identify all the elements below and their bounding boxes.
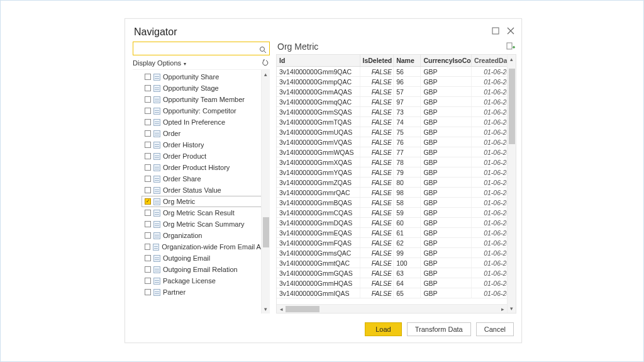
tree-item[interactable]: Order (142, 128, 270, 139)
tree-item[interactable]: Order Product History (142, 162, 270, 173)
cell-isdeleted: FALSE (360, 147, 394, 157)
table-row[interactable]: 3v14I000000GmmSQASFALSE73GBP01-06-202 (277, 107, 516, 117)
table-row[interactable]: 3v14I000000GmmIQASFALSE65GBP01-06-202 (277, 288, 516, 298)
tree-item[interactable]: Order Status Value (142, 184, 270, 196)
tree-item[interactable]: Organization (142, 230, 270, 241)
tree-item[interactable]: Order Product (142, 150, 270, 162)
tree-item[interactable]: Org Metric Scan Summary (142, 218, 270, 230)
scroll-down-icon[interactable]: ▾ (508, 304, 516, 313)
search-input[interactable] (136, 44, 259, 53)
table-row[interactable]: 3v14I000000GmmCQASFALSE59GBP01-06-202 (277, 208, 516, 218)
tree-item[interactable]: Order Share (142, 173, 270, 184)
table-row[interactable]: 3v14I000000GmmXQASFALSE78GBP01-06-202 (277, 157, 516, 167)
tree-item[interactable]: Partner (142, 286, 270, 298)
maximize-icon[interactable] (491, 26, 500, 35)
table-vscrollbar[interactable]: ▴ ▾ (507, 55, 516, 313)
tree-item-label: Outgoing Email Relation (163, 266, 238, 273)
table-row[interactable]: 3v14I000000GmmHQASFALSE64GBP01-06-202 (277, 278, 516, 288)
column-header[interactable]: Name (394, 55, 421, 67)
cell-currencyisocode: GBP (421, 107, 471, 117)
table-row[interactable]: 3v14I000000GmmUQASFALSE75GBP01-06-202 (277, 127, 516, 137)
tree-checkbox[interactable] (145, 187, 151, 193)
tree-checkbox[interactable] (145, 164, 151, 171)
scroll-up-icon[interactable]: ▴ (508, 55, 516, 64)
tree-item[interactable]: Opted In Preference (142, 116, 270, 128)
cell-name: 63 (394, 268, 421, 278)
add-column-icon[interactable] (506, 42, 515, 51)
tree-item[interactable]: Opportunity Stage (142, 82, 270, 94)
cancel-button[interactable]: Cancel (476, 322, 514, 336)
cell-id: 3v14I000000GmmVQAS (277, 137, 360, 147)
tree-checkbox[interactable] (145, 221, 151, 227)
column-header[interactable]: CurrencyIsoCode (421, 55, 471, 67)
tree-checkbox[interactable] (145, 96, 151, 103)
refresh-icon[interactable] (262, 59, 270, 67)
tree-item[interactable]: Opportunity Share (142, 71, 270, 82)
tree-checkbox[interactable] (145, 289, 151, 295)
tree-checkbox[interactable] (145, 266, 151, 273)
tree-checkbox[interactable] (145, 232, 151, 239)
scroll-down-icon[interactable]: ▾ (262, 305, 270, 314)
table-row[interactable]: 3v14I000000GmmVQASFALSE76GBP01-06-202 (277, 137, 516, 147)
tree-checkbox[interactable] (145, 210, 151, 216)
tree-checkbox[interactable] (145, 85, 151, 91)
table-row[interactable]: 3v14I000000GmmBQASFALSE58GBP01-06-202 (277, 198, 516, 208)
table-row[interactable]: 3v14I000000GmmYQASFALSE79GBP01-06-202 (277, 167, 516, 178)
table-row[interactable]: 3v14I000000GmmEQASFALSE61GBP01-06-202 (277, 228, 516, 238)
scroll-up-icon[interactable]: ▴ (262, 70, 270, 79)
tree-item[interactable]: Org Metric Scan Result (142, 207, 270, 218)
tree-checkbox[interactable]: ✓ (145, 198, 151, 205)
tree-checkbox[interactable] (145, 278, 151, 284)
table-row[interactable]: 3v14I000000GmmWQASFALSE77GBP01-06-202 (277, 147, 516, 157)
tree-item[interactable]: Package License (142, 275, 270, 286)
tree-checkbox[interactable] (145, 108, 151, 114)
table-row[interactable]: 3v14I000000GmmtQACFALSE100GBP01-06-202 (277, 258, 516, 268)
table-row[interactable]: 3v14I000000GmmrQACFALSE98GBP01-06-202 (277, 188, 516, 198)
scroll-left-icon[interactable]: ◂ (277, 306, 286, 312)
tree-item[interactable]: Opportunity: Competitor (142, 105, 270, 116)
column-header[interactable]: IsDeleted (360, 55, 394, 67)
tree-checkbox[interactable] (145, 142, 151, 148)
table-row[interactable]: 3v14I000000GmmsQACFALSE99GBP01-06-202 (277, 248, 516, 258)
table-row[interactable]: 3v14I000000GmmTQASFALSE74GBP01-06-202 (277, 117, 516, 127)
table-row[interactable]: 3v14I000000GmmDQASFALSE60GBP01-06-202 (277, 218, 516, 228)
tree-checkbox[interactable] (145, 176, 151, 182)
search-input-wrap[interactable] (133, 42, 270, 55)
table-row[interactable]: 3v14I000000GmmpQACFALSE96GBP01-06-202 (277, 77, 516, 87)
scroll-thumb[interactable] (263, 217, 269, 247)
tree-checkbox[interactable] (145, 244, 150, 250)
close-icon[interactable] (506, 26, 515, 35)
tree-checkbox[interactable] (145, 130, 151, 137)
search-icon[interactable] (259, 45, 267, 52)
table-row[interactable]: 3v14I000000GmmGQASFALSE63GBP01-06-202 (277, 268, 516, 278)
tree-item[interactable]: Order History (142, 139, 270, 150)
transform-data-button[interactable]: Transform Data (407, 322, 471, 336)
display-options-dropdown[interactable]: Display Options▾ (133, 59, 186, 67)
tree-item[interactable]: Opportunity Team Member (142, 94, 270, 105)
table-row[interactable]: 3v14I000000GmmZQASFALSE80GBP01-06-202 (277, 178, 516, 188)
scroll-thumb[interactable] (286, 306, 319, 312)
tree-checkbox[interactable] (145, 255, 151, 261)
table-row[interactable]: 3v14I000000GmmqQACFALSE97GBP01-06-202 (277, 97, 516, 107)
table-icon (153, 278, 160, 285)
column-header[interactable]: Id (277, 55, 360, 67)
tree-checkbox[interactable] (145, 119, 151, 125)
tree-item[interactable]: Outgoing Email Relation (142, 264, 270, 275)
table-row[interactable]: 3v14I000000GmmAQASFALSE57GBP01-06-202 (277, 87, 516, 97)
table-hscrollbar[interactable]: ◂ ▸ (277, 304, 507, 313)
tree-checkbox[interactable] (145, 74, 151, 80)
scroll-right-icon[interactable]: ▸ (498, 306, 507, 312)
load-button[interactable]: Load (365, 322, 401, 336)
table-row[interactable]: 3v14I000000GmmFQASFALSE62GBP01-06-202 (277, 238, 516, 248)
cell-id: 3v14I000000GmmUQAS (277, 127, 360, 137)
tree-item[interactable]: Outgoing Email (142, 252, 270, 264)
tree-item[interactable]: ✓Org Metric (142, 196, 270, 207)
cell-isdeleted: FALSE (360, 238, 394, 248)
table-icon (153, 74, 160, 81)
table-row[interactable]: 3v14I000000Gmm9QACFALSE56GBP01-06-202 (277, 67, 516, 77)
tree-scrollbar[interactable]: ▴ ▾ (261, 70, 270, 314)
tree-item[interactable]: Organization-wide From Email Address (142, 241, 270, 252)
tree-checkbox[interactable] (145, 153, 151, 159)
scroll-thumb[interactable] (509, 69, 515, 144)
cell-isdeleted: FALSE (360, 208, 394, 218)
